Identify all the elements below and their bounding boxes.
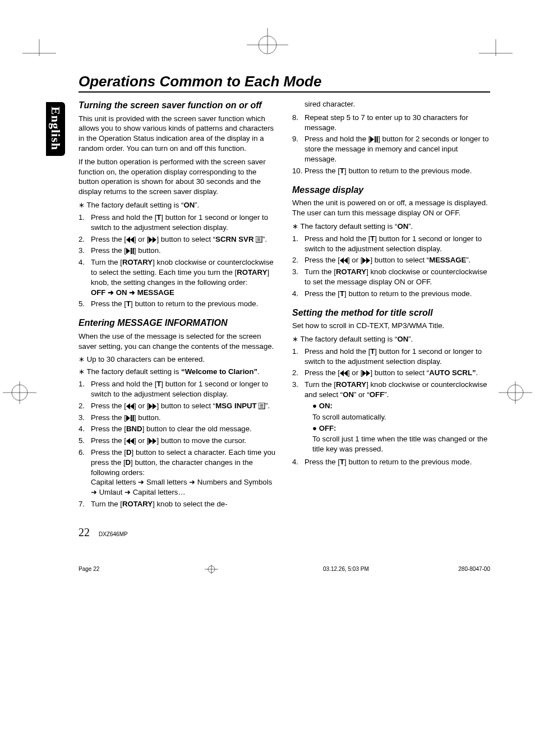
svg-point-13: [259, 36, 276, 54]
steps-message-info: 1.Press and hold the [T] button for 1 se…: [79, 379, 276, 509]
page-footer-number: 22 DXZ646MP: [79, 526, 490, 539]
note: ∗ The factory default setting is “Welcom…: [79, 367, 276, 377]
svg-point-18: [12, 385, 27, 400]
imposition-footer: Page 22 03.12.26, 5:03 PM 280-8047-00: [0, 561, 535, 591]
rewind-icon: [126, 403, 134, 409]
heading-title-scroll: Setting the method for title scroll: [292, 307, 490, 319]
fast-forward-icon: [149, 237, 156, 243]
foot-left: Page 22: [79, 566, 99, 572]
steps-continued: 8.Repeat step 5 to 7 to enter up to 30 c…: [292, 113, 490, 176]
crop-mark-top: [0, 22, 535, 56]
rewind-icon: [126, 438, 134, 444]
para: When the unit is powered on or off, a me…: [292, 198, 490, 218]
foot-mid: 03.12.26, 5:03 PM: [323, 566, 369, 572]
heading-message-display: Message display: [292, 184, 490, 196]
language-tab: English: [46, 102, 65, 156]
note: ∗ The factory default setting is “ON”.: [292, 222, 490, 232]
svg-point-21: [508, 385, 523, 400]
para: Set how to scroll in CD-TEXT, MP3/WMA Ti…: [292, 321, 490, 331]
crop-mark-right: [496, 381, 535, 404]
crop-mark-left: [0, 381, 39, 404]
fast-forward-icon: [149, 403, 156, 409]
note: ∗ The factory default setting is “ON”.: [292, 334, 490, 344]
foot-right: 280-8047-00: [458, 566, 490, 572]
right-column: sired character. 8.Repeat step 5 to 7 to…: [292, 98, 490, 513]
rewind-icon: [340, 370, 348, 376]
heading-message-info: Entering MESSAGE INFORMATION: [79, 317, 276, 329]
list-icon: [259, 403, 265, 409]
fast-forward-icon: [362, 257, 370, 264]
steps-screen-saver: 1.Press and hold the [T] button for 1 se…: [79, 213, 276, 309]
note: ∗ Up to 30 characters can be entered.: [79, 354, 276, 365]
steps-title-scroll: 1.Press and hold the [T] button for 1 se…: [292, 347, 490, 467]
heading-screen-saver: Turning the screen saver function on or …: [79, 99, 276, 112]
fast-forward-icon: [149, 438, 156, 444]
play-pause-icon: [126, 248, 134, 254]
steps-message-display: 1.Press and hold the [T] button for 1 se…: [292, 234, 490, 299]
section-title: Operations Common to Each Mode: [79, 73, 490, 93]
play-pause-icon: [126, 415, 134, 421]
rewind-icon: [126, 237, 134, 243]
registration-mark-icon: [204, 565, 219, 574]
fast-forward-icon: [362, 370, 370, 376]
para: This unit is provided with the screen sa…: [79, 114, 276, 154]
play-pause-icon: [370, 136, 378, 142]
para: If the button operation is performed wit…: [79, 157, 276, 197]
continuation: sired character.: [305, 99, 490, 109]
list-icon: [256, 236, 262, 243]
para: When the use of the message is selected …: [79, 331, 276, 352]
left-column: Turning the screen saver function on or …: [79, 98, 276, 513]
note: ∗ The factory default setting is “ON”.: [79, 200, 276, 210]
rewind-icon: [340, 257, 348, 264]
